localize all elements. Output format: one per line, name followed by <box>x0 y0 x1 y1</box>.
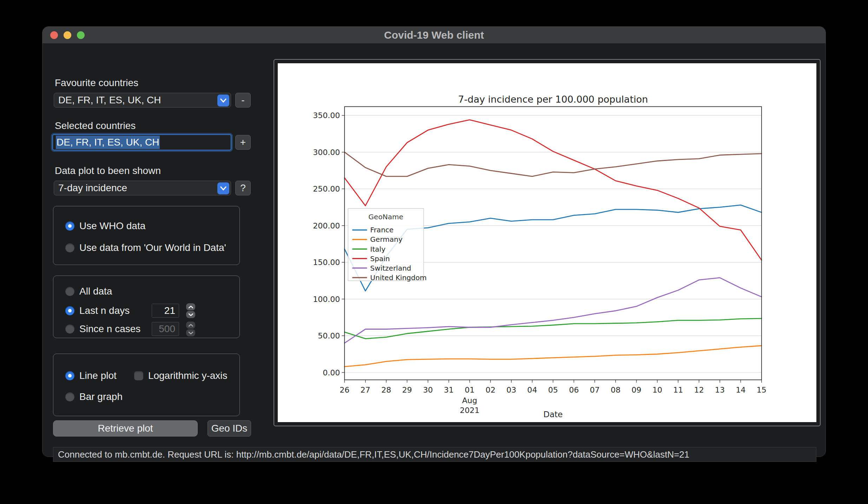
svg-text:01: 01 <box>465 386 475 394</box>
all-data-label: All data <box>79 286 112 297</box>
data-source-group: Use WHO data Use data from 'Our World in… <box>53 206 240 265</box>
status-bar: Connected to mb.cmbt.de. Request URL is:… <box>53 447 816 462</box>
log-y-axis-checkbox[interactable] <box>134 371 143 380</box>
chart: 0.0050.00100.00150.00200.00250.00300.003… <box>278 63 816 422</box>
svg-text:15: 15 <box>757 386 767 394</box>
svg-text:GeoName: GeoName <box>368 213 403 221</box>
geo-ids-button[interactable]: Geo IDs <box>208 420 251 437</box>
line-plot-row: Line plot Logarithmic y-axis <box>65 370 228 381</box>
window-content: Favourite countries DE, FR, IT, ES, UK, … <box>42 44 826 457</box>
plot-style-group: Line plot Logarithmic y-axis Bar graph <box>53 354 240 416</box>
data-range-group: All data Last n days 21 Since n cases <box>53 276 240 338</box>
since-n-cases-input[interactable]: 500 <box>152 322 179 336</box>
favourite-countries-dropdown[interactable]: DE, FR, IT, ES, UK, CH <box>54 93 231 108</box>
svg-text:300.00: 300.00 <box>313 148 340 157</box>
data-plot-dropdown[interactable]: 7-day incidence <box>54 181 231 195</box>
svg-text:28: 28 <box>381 386 391 394</box>
svg-text:United Kingdom: United Kingdom <box>370 273 427 282</box>
svg-text:02: 02 <box>486 386 495 394</box>
svg-text:50.00: 50.00 <box>318 331 340 340</box>
svg-text:2021: 2021 <box>460 406 479 415</box>
since-n-cases-row: Since n cases 500 <box>65 322 195 336</box>
svg-text:7-day incidence per 100.000 po: 7-day incidence per 100.000 population <box>458 94 648 105</box>
chevron-down-icon <box>217 182 229 194</box>
chart-frame: 0.0050.00100.00150.00200.00250.00300.003… <box>274 59 821 426</box>
svg-text:Spain: Spain <box>370 254 390 263</box>
data-plot-label: Data plot to been shown <box>55 165 161 176</box>
svg-text:10: 10 <box>652 386 662 394</box>
window-title: Covid-19 Web client <box>42 27 826 44</box>
svg-text:31: 31 <box>444 386 454 394</box>
chart-canvas: 0.0050.00100.00150.00200.00250.00300.003… <box>278 63 816 422</box>
svg-text:07: 07 <box>590 386 600 394</box>
retrieve-plot-button[interactable]: Retrieve plot <box>53 420 198 437</box>
data-plot-value: 7-day incidence <box>58 182 127 194</box>
svg-text:France: France <box>370 226 394 234</box>
add-favourite-button[interactable]: + <box>235 135 251 150</box>
use-owid-label: Use data from 'Our World in Data' <box>79 242 226 253</box>
use-who-label: Use WHO data <box>79 220 145 232</box>
log-y-axis-label: Logarithmic y-axis <box>148 370 228 381</box>
app-window: Covid-19 Web client Favourite countries … <box>42 26 826 457</box>
svg-text:26: 26 <box>340 386 349 394</box>
last-n-days-label: Last n days <box>79 305 147 316</box>
radio-selected-icon[interactable] <box>65 371 74 380</box>
step-down-icon[interactable] <box>186 311 195 318</box>
radio-selected-icon <box>65 221 74 231</box>
use-owid-radio[interactable]: Use data from 'Our World in Data' <box>65 242 226 253</box>
all-data-radio[interactable]: All data <box>65 286 112 297</box>
radio-unselected-icon <box>65 287 74 296</box>
svg-text:13: 13 <box>715 386 725 394</box>
radio-unselected-icon <box>65 243 74 252</box>
svg-text:09: 09 <box>632 386 642 394</box>
step-up-icon[interactable] <box>186 322 195 329</box>
step-down-icon[interactable] <box>186 329 195 336</box>
bar-graph-radio[interactable]: Bar graph <box>65 391 123 402</box>
help-button[interactable]: ? <box>235 181 251 195</box>
svg-text:12: 12 <box>694 386 704 394</box>
remove-favourite-button[interactable]: - <box>235 93 251 108</box>
favourite-countries-value: DE, FR, IT, ES, UK, CH <box>58 95 161 106</box>
last-n-days-stepper[interactable] <box>186 303 195 318</box>
svg-text:14: 14 <box>736 386 745 394</box>
svg-text:350.00: 350.00 <box>313 111 340 120</box>
svg-text:Aug: Aug <box>462 396 477 405</box>
selected-countries-value: DE, FR, IT, ES, UK, CH <box>56 136 160 149</box>
svg-text:100.00: 100.00 <box>313 295 340 304</box>
svg-text:03: 03 <box>506 386 516 394</box>
svg-text:Germany: Germany <box>370 235 402 244</box>
svg-text:Italy: Italy <box>370 245 386 253</box>
svg-text:30: 30 <box>423 386 433 394</box>
use-who-radio[interactable]: Use WHO data <box>65 220 145 232</box>
svg-text:0.00: 0.00 <box>323 368 340 377</box>
radio-selected-icon[interactable] <box>65 306 74 315</box>
svg-text:06: 06 <box>569 386 579 394</box>
last-n-days-input[interactable]: 21 <box>152 304 179 318</box>
bar-graph-label: Bar graph <box>79 391 123 402</box>
selected-countries-input[interactable]: DE, FR, IT, ES, UK, CH <box>52 134 231 150</box>
title-bar: Covid-19 Web client <box>42 27 826 44</box>
svg-text:150.00: 150.00 <box>313 258 340 267</box>
radio-unselected-icon <box>65 392 74 401</box>
svg-text:Switzerland: Switzerland <box>370 264 411 272</box>
svg-text:04: 04 <box>527 386 537 394</box>
svg-text:11: 11 <box>673 386 683 394</box>
svg-text:200.00: 200.00 <box>313 221 340 230</box>
radio-unselected-icon[interactable] <box>65 324 74 334</box>
since-n-cases-stepper[interactable] <box>186 322 195 336</box>
svg-text:05: 05 <box>548 386 558 394</box>
step-up-icon[interactable] <box>186 303 195 310</box>
selected-countries-label: Selected countries <box>55 120 136 131</box>
svg-text:08: 08 <box>611 386 620 394</box>
svg-text:250.00: 250.00 <box>313 185 340 193</box>
svg-text:27: 27 <box>361 386 370 394</box>
svg-text:Date: Date <box>544 410 563 419</box>
chevron-down-icon <box>217 95 229 106</box>
since-n-cases-label: Since n cases <box>79 323 147 335</box>
last-n-days-row: Last n days 21 <box>65 303 195 318</box>
svg-text:29: 29 <box>402 386 412 394</box>
favourite-countries-label: Favourite countries <box>55 77 138 89</box>
line-plot-label: Line plot <box>79 370 117 381</box>
